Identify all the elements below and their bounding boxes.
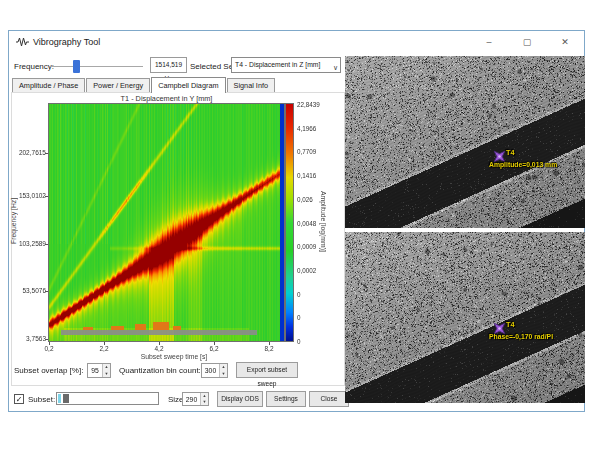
app-window: Vibrography Tool – ▢ ✕ Frequency: 1514,5… [8, 30, 585, 412]
x-tick-label: 8,2 [254, 345, 284, 352]
size-spinner[interactable]: 290 ▲▼ [182, 392, 209, 406]
y-tick-mark [45, 196, 48, 197]
size-value: 290 [183, 393, 200, 405]
colorbar-label: Amplitude [log(mm)] [320, 161, 327, 281]
x-tick-mark [159, 342, 160, 345]
colorbar-tick-label: 0,0009 [297, 243, 316, 250]
colorbar-tick-label: 0 [297, 338, 301, 345]
marker-id-bottom: T4 [506, 320, 515, 329]
subset-overlap-label: Subset overlap [%]: [14, 366, 83, 375]
spinner-down-icon[interactable]: ▼ [220, 371, 227, 378]
colorbar-tick-label: 0,7709 [297, 148, 316, 155]
y-tick-mark [45, 291, 48, 292]
chevron-down-icon: ∨ [333, 61, 338, 75]
frequency-value-box[interactable]: 1514,519 Hz [150, 57, 187, 73]
maximize-icon[interactable]: ▢ [508, 31, 546, 53]
waveform-app-icon [16, 37, 29, 47]
y-tick-label: 103,2589 [15, 240, 46, 247]
camera-image-amplitude [345, 56, 585, 228]
minimize-icon[interactable]: – [470, 31, 508, 53]
tab-strip: Amplitude / PhasePower / EnergyCampbell … [12, 78, 276, 93]
subset-checkbox-label: Subset: [28, 395, 55, 404]
subset-overlap-value: 95 [88, 364, 102, 377]
y-tick-label: 3,7563 [15, 335, 46, 342]
spinner-down-icon[interactable]: ▼ [103, 371, 110, 378]
y-tick-label: 53,5076 [15, 287, 46, 294]
marker-id-top: T4 [506, 148, 515, 157]
spinner-arrows[interactable]: ▲▼ [102, 364, 110, 377]
spinner-arrows[interactable]: ▲▼ [219, 364, 227, 377]
amplitude-annotation: Amplitude=0,013 mm [489, 161, 557, 168]
subset-trackbar-fill [58, 394, 61, 403]
subset-checkbox[interactable]: ✓ [14, 394, 24, 404]
tab-signal-info[interactable]: Signal Info [227, 78, 275, 93]
y-tick-mark [45, 339, 48, 340]
phase-annotation: Phase=-0,170 rad/PI [489, 333, 553, 340]
subset-trackbar[interactable] [56, 392, 159, 405]
export-subset-sweep-button[interactable]: Export subset sweep [236, 362, 298, 378]
tab-amplitude-phase[interactable]: Amplitude / Phase [12, 78, 85, 93]
bin-count-spinner[interactable]: 300 ▲▼ [201, 363, 228, 378]
x-tick-label: 2,2 [89, 345, 119, 352]
colorbar-tick-label: 0,026 [297, 196, 313, 203]
camera-image-phase [345, 232, 585, 403]
colorbar-tick-label: 0 [297, 314, 301, 321]
x-tick-mark [269, 342, 270, 345]
display-ods-button[interactable]: Display ODS [217, 391, 263, 407]
frequency-slider[interactable] [47, 59, 145, 74]
x-tick-label: 0,2 [34, 345, 64, 352]
colorbar-tick-label: 0,1416 [297, 172, 316, 179]
y-tick-mark [45, 244, 48, 245]
chart-title: T1 - Displacement in Y [mm] [49, 94, 284, 103]
y-tick-label: 202,7615 [15, 149, 46, 156]
colorbar [286, 104, 293, 341]
colorbar-tick-label: 22,8439 [297, 101, 320, 108]
x-tick-mark [214, 342, 215, 345]
spectrogram-plot[interactable] [49, 104, 284, 341]
settings-button[interactable]: Settings [266, 391, 306, 407]
bin-count-value: 300 [202, 364, 219, 377]
x-axis-label: Subset sweep time [s] [99, 353, 249, 360]
window-title: Vibrography Tool [33, 37, 100, 47]
x-tick-mark [49, 342, 50, 345]
colorbar-tick-label: 0 [297, 291, 301, 298]
tab-power-energy[interactable]: Power / Energy [86, 78, 150, 93]
subset-overlap-spinner[interactable]: 95 ▲▼ [87, 363, 111, 378]
x-tick-mark [104, 342, 105, 345]
y-tick-label: 153,0102 [15, 192, 46, 199]
selected-series-combobox[interactable]: T4 - Displacement in Z [mm] ∨ [231, 57, 341, 73]
x-tick-label: 6,2 [199, 345, 229, 352]
x-tick-label: 4,2 [144, 345, 174, 352]
subset-trackbar-thumb[interactable] [63, 394, 69, 403]
selected-series-value: T4 - Displacement in Z [mm] [235, 61, 320, 68]
colorbar-tick-label: 0,0048 [297, 220, 316, 227]
spinner-arrows[interactable]: ▲▼ [200, 393, 208, 405]
y-tick-mark [45, 153, 48, 154]
colorbar-tick-label: 0,0002 [297, 267, 316, 274]
close-button[interactable]: Close [309, 391, 349, 407]
y-axis-label: Frequency [Hz] [10, 161, 17, 281]
title-bar: Vibrography Tool – ▢ ✕ [9, 31, 584, 53]
colorbar-tick-label: 4,1966 [297, 125, 316, 132]
tab-campbell-diagram[interactable]: Campbell Diagram [151, 77, 225, 93]
spinner-down-icon[interactable]: ▼ [201, 399, 208, 405]
frequency-slider-thumb[interactable] [73, 60, 80, 73]
bin-count-label: Quantization bin count: [119, 366, 201, 375]
close-icon[interactable]: ✕ [546, 31, 584, 53]
frequency-slider-track[interactable] [49, 66, 143, 67]
